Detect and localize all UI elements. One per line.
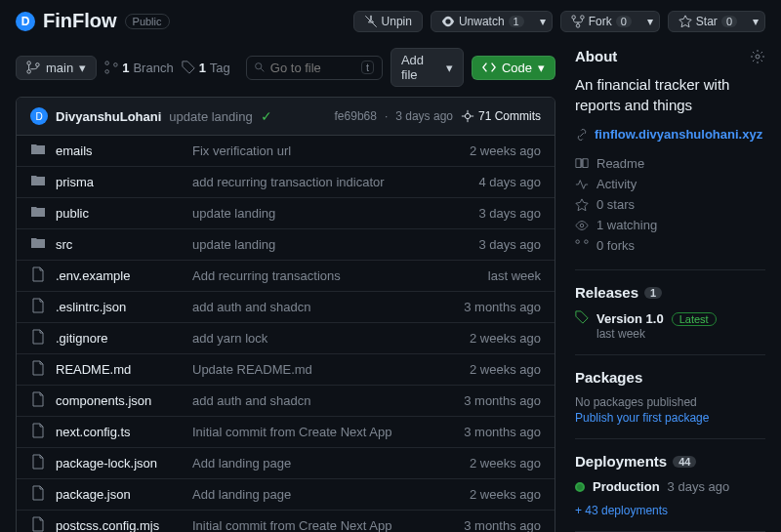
unpin-button[interactable]: Unpin — [353, 11, 423, 32]
add-file-button[interactable]: Add file ▾ — [390, 48, 464, 87]
file-icon — [30, 266, 46, 285]
fork-button[interactable]: Fork0 — [560, 11, 642, 32]
go-to-file[interactable]: t — [246, 56, 383, 80]
file-row[interactable]: .gitignoreadd yarn lock2 weeks ago — [17, 323, 555, 354]
folder-icon — [30, 142, 46, 160]
commits-link[interactable]: 71 Commits — [461, 109, 541, 123]
file-commit-msg[interactable]: Add landing page — [192, 487, 470, 502]
fork-dropdown[interactable]: ▾ — [641, 11, 660, 32]
file-search-input[interactable] — [270, 61, 355, 75]
packages-title[interactable]: Packages — [575, 369, 765, 386]
commit-sha[interactable]: fe69b68 — [335, 109, 377, 123]
file-row[interactable]: README.mdUpdate README.md2 weeks ago — [17, 354, 555, 386]
activity-link[interactable]: Activity — [575, 174, 765, 194]
repo-logo: D — [16, 12, 35, 31]
readme-link[interactable]: Readme — [575, 153, 765, 174]
file-row[interactable]: .eslintrc.jsonadd auth and shadcn3 month… — [17, 292, 555, 323]
file-row[interactable]: srcupdate landing3 days ago — [17, 229, 555, 261]
file-commit-msg[interactable]: update landing — [192, 237, 478, 252]
file-commit-msg[interactable]: Initial commit from Create Next App — [192, 425, 464, 439]
tags-link[interactable]: 1 Tag — [182, 61, 230, 75]
file-time: 3 months ago — [464, 518, 541, 532]
latest-commit-bar[interactable]: D DivyanshuLohani update landing ✓ fe69b… — [17, 98, 555, 136]
repo-name[interactable]: FinFlow — [43, 10, 117, 32]
star-dropdown[interactable]: ▾ — [747, 11, 765, 32]
file-row[interactable]: postcss.config.mjsInitial commit from Cr… — [17, 511, 555, 532]
file-name[interactable]: src — [56, 237, 192, 252]
file-commit-msg[interactable]: add auth and shadcn — [192, 393, 464, 408]
releases-title[interactable]: Releases1 — [575, 284, 765, 301]
file-name[interactable]: emails — [56, 143, 192, 158]
visibility-badge: Public — [125, 14, 170, 29]
deployments-title[interactable]: Deployments44 — [575, 453, 765, 470]
commit-author[interactable]: DivyanshuLohani — [56, 109, 161, 124]
release-time: last week — [596, 327, 765, 341]
file-commit-msg[interactable]: Add landing page — [192, 456, 470, 471]
deployment-item[interactable]: Production 3 days ago — [575, 479, 765, 494]
file-name[interactable]: .eslintrc.json — [56, 300, 192, 314]
file-time: 3 days ago — [478, 206, 541, 221]
file-icon — [30, 454, 46, 472]
file-name[interactable]: .env.example — [56, 268, 192, 283]
shortcut-key: t — [361, 61, 374, 74]
file-commit-msg[interactable]: Fix verification url — [192, 143, 470, 158]
file-row[interactable]: components.jsonadd auth and shadcn3 mont… — [17, 386, 555, 417]
file-row[interactable]: next.config.tsInitial commit from Create… — [17, 417, 555, 448]
file-icon — [30, 423, 46, 441]
watching-count[interactable]: 1 watching — [575, 215, 765, 235]
file-time: 3 months ago — [464, 425, 541, 439]
unwatch-dropdown[interactable]: ▾ — [534, 11, 553, 32]
author-avatar[interactable]: D — [30, 107, 48, 125]
file-row[interactable]: emailsFix verification url2 weeks ago — [17, 136, 555, 167]
file-commit-msg[interactable]: Add recurring transactions — [192, 268, 488, 283]
file-time: 2 weeks ago — [470, 143, 541, 158]
file-row[interactable]: publicupdate landing3 days ago — [17, 198, 555, 229]
star-button[interactable]: Star0 — [668, 11, 748, 32]
file-commit-msg[interactable]: add yarn lock — [192, 331, 470, 346]
svg-point-3 — [580, 224, 584, 227]
file-commit-msg[interactable]: add auth and shadcn — [192, 300, 464, 314]
file-row[interactable]: package.jsonAdd landing page2 weeks ago — [17, 479, 555, 511]
file-name[interactable]: public — [56, 206, 192, 221]
forks-count[interactable]: 0 forks — [575, 235, 765, 256]
code-button[interactable]: Code ▾ — [472, 56, 555, 80]
about-description: An financial tracker with reports and th… — [575, 74, 765, 115]
svg-point-1 — [465, 113, 470, 118]
unwatch-button[interactable]: Unwatch1 — [431, 11, 535, 32]
file-name[interactable]: postcss.config.mjs — [56, 518, 192, 532]
file-icon — [30, 391, 46, 410]
file-time: 2 weeks ago — [470, 487, 541, 502]
gear-icon[interactable] — [750, 49, 765, 64]
file-row[interactable]: .env.exampleAdd recurring transactionsla… — [17, 261, 555, 292]
file-row[interactable]: package-lock.jsonAdd landing page2 weeks… — [17, 448, 555, 479]
repo-url[interactable]: finflow.divyanshulohani.xyz — [575, 127, 765, 142]
file-name[interactable]: next.config.ts — [56, 425, 192, 439]
stars-count[interactable]: 0 stars — [575, 194, 765, 215]
file-row[interactable]: prismaadd recurring transaction indicato… — [17, 167, 555, 198]
file-name[interactable]: prisma — [56, 175, 192, 189]
release-item[interactable]: Version 1.0 Latest — [575, 310, 765, 327]
file-name[interactable]: package-lock.json — [56, 456, 192, 471]
more-deployments[interactable]: + 43 deployments — [575, 504, 668, 517]
file-commit-msg[interactable]: Update README.md — [192, 362, 470, 377]
svg-point-2 — [756, 55, 760, 59]
branch-selector[interactable]: main ▾ — [16, 56, 97, 80]
svg-point-0 — [255, 63, 261, 69]
file-time: 2 weeks ago — [470, 331, 541, 346]
file-icon — [30, 360, 46, 379]
file-time: 2 weeks ago — [470, 362, 541, 377]
file-time: 2 weeks ago — [470, 456, 541, 471]
commit-message[interactable]: update landing — [169, 109, 252, 124]
file-name[interactable]: README.md — [56, 362, 192, 377]
about-title: About — [575, 48, 617, 64]
file-commit-msg[interactable]: add recurring transaction indicator — [192, 175, 478, 189]
file-commit-msg[interactable]: Initial commit from Create Next App — [192, 518, 464, 532]
file-commit-msg[interactable]: update landing — [192, 206, 478, 221]
file-name[interactable]: .gitignore — [56, 331, 192, 346]
branches-link[interactable]: 1 Branch — [104, 61, 173, 75]
file-name[interactable]: components.json — [56, 393, 192, 408]
file-name[interactable]: package.json — [56, 487, 192, 502]
publish-package-link[interactable]: Publish your first package — [575, 411, 709, 425]
folder-icon — [30, 204, 46, 223]
file-time: last week — [488, 268, 541, 283]
